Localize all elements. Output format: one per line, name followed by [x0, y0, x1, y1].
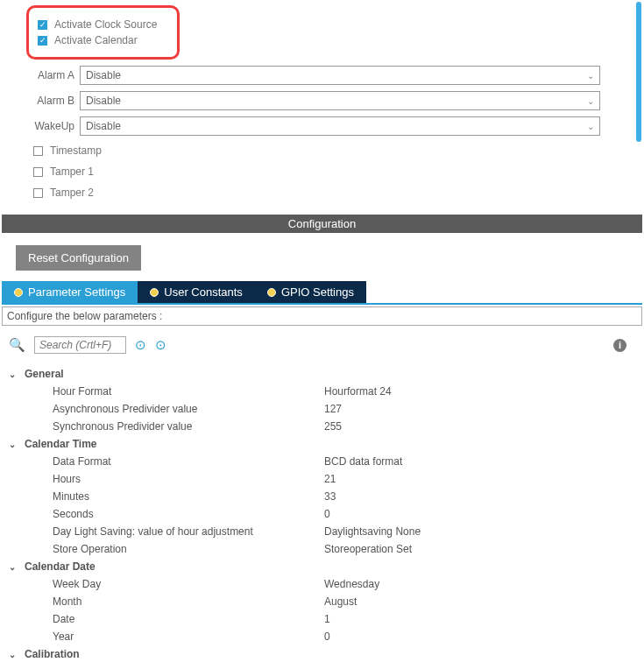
alarm-a-select[interactable]: Disable ⌄	[80, 66, 600, 85]
highlight-box: ✓ Activate Clock Source ✓ Activate Calen…	[26, 5, 180, 60]
chevron-down-icon: ⌄	[9, 650, 19, 659]
param-row: Year0	[53, 630, 635, 643]
param-row: Store OperationStoreoperation Set	[53, 543, 635, 555]
param-row: Hour FormatHourformat 24	[53, 385, 635, 398]
search-icon[interactable]: 🔍	[9, 337, 25, 353]
section-calendar-time[interactable]: ⌄ Calendar Time	[9, 438, 635, 450]
alarm-a-value: Disable	[86, 69, 121, 81]
tab-indicator-icon	[150, 288, 159, 297]
section-calibration-title: Calibration	[25, 648, 80, 660]
param-row: Data FormatBCD data format	[53, 455, 635, 468]
tamper2-label: Tamper 2	[50, 187, 94, 199]
tamper2-checkbox[interactable]: Tamper 2	[33, 187, 626, 199]
chevron-down-icon: ⌄	[9, 562, 19, 572]
nav-prev-icon[interactable]: ⊙	[135, 337, 146, 353]
wakeup-label: WakeUp	[26, 120, 74, 132]
chevron-down-icon: ⌄	[9, 440, 19, 449]
section-calendar-date[interactable]: ⌄ Calendar Date	[9, 560, 635, 573]
alarm-b-value: Disable	[86, 95, 121, 107]
param-row: Minutes33	[53, 490, 635, 503]
tab-param-label: Parameter Settings	[28, 285, 125, 299]
section-general[interactable]: ⌄ General	[9, 368, 635, 380]
search-input[interactable]	[34, 336, 126, 354]
param-row: Day Light Saving: value of hour adjustme…	[53, 525, 635, 538]
tab-gpio-settings[interactable]: GPIO Settings	[255, 281, 366, 303]
tamper1-checkbox[interactable]: Tamper 1	[33, 166, 626, 178]
section-caldate-title: Calendar Date	[25, 560, 96, 573]
wakeup-select[interactable]: Disable ⌄	[80, 116, 600, 136]
param-row: Date1	[53, 613, 635, 625]
tamper1-label: Tamper 1	[50, 166, 94, 178]
chevron-down-icon: ⌄	[587, 71, 594, 81]
configure-text: Configure the below parameters :	[2, 306, 642, 326]
section-calibration[interactable]: ⌄ Calibration	[9, 648, 635, 660]
info-icon[interactable]: i	[613, 339, 626, 352]
wakeup-value: Disable	[86, 120, 121, 132]
alarm-b-select[interactable]: Disable ⌄	[80, 91, 600, 110]
tab-user-constants[interactable]: User Constants	[138, 281, 255, 303]
checkbox-checked-icon: ✓	[38, 36, 47, 46]
checkbox-checked-icon: ✓	[38, 20, 47, 30]
tab-indicator-icon	[14, 288, 23, 297]
param-row: Week DayWednesday	[53, 578, 635, 590]
nav-next-icon[interactable]: ⊙	[155, 337, 166, 353]
checkbox-empty-icon	[33, 146, 43, 156]
checkbox-empty-icon	[33, 188, 43, 198]
activate-calendar-checkbox[interactable]: ✓ Activate Calendar	[38, 34, 168, 46]
param-row: Asynchronous Predivider value127	[53, 403, 635, 415]
tab-parameter-settings[interactable]: Parameter Settings	[2, 281, 138, 303]
activate-calendar-label: Activate Calendar	[54, 34, 138, 46]
param-row: MonthAugust	[53, 595, 635, 608]
tab-user-label: User Constants	[164, 285, 243, 299]
section-caltime-title: Calendar Time	[25, 438, 96, 450]
tab-indicator-icon	[267, 288, 276, 297]
alarm-a-label: Alarm A	[26, 69, 74, 81]
reset-configuration-button[interactable]: Reset Configuration	[16, 245, 141, 271]
activate-clock-checkbox[interactable]: ✓ Activate Clock Source	[38, 18, 168, 31]
chevron-down-icon: ⌄	[587, 96, 594, 106]
param-row: Seconds0	[53, 508, 635, 520]
checkbox-empty-icon	[33, 167, 43, 177]
configuration-header: Configuration	[2, 215, 642, 233]
tab-gpio-label: GPIO Settings	[281, 285, 354, 299]
activate-clock-label: Activate Clock Source	[54, 18, 157, 31]
param-row: Hours21	[53, 473, 635, 485]
param-row: Synchronous Predivider value255	[53, 420, 635, 433]
scrollbar[interactable]	[636, 2, 641, 142]
alarm-b-label: Alarm B	[26, 95, 74, 107]
timestamp-checkbox[interactable]: Timestamp	[33, 144, 626, 157]
chevron-down-icon: ⌄	[9, 370, 19, 379]
chevron-down-icon: ⌄	[587, 122, 594, 131]
section-general-title: General	[25, 368, 64, 380]
timestamp-label: Timestamp	[50, 144, 102, 157]
